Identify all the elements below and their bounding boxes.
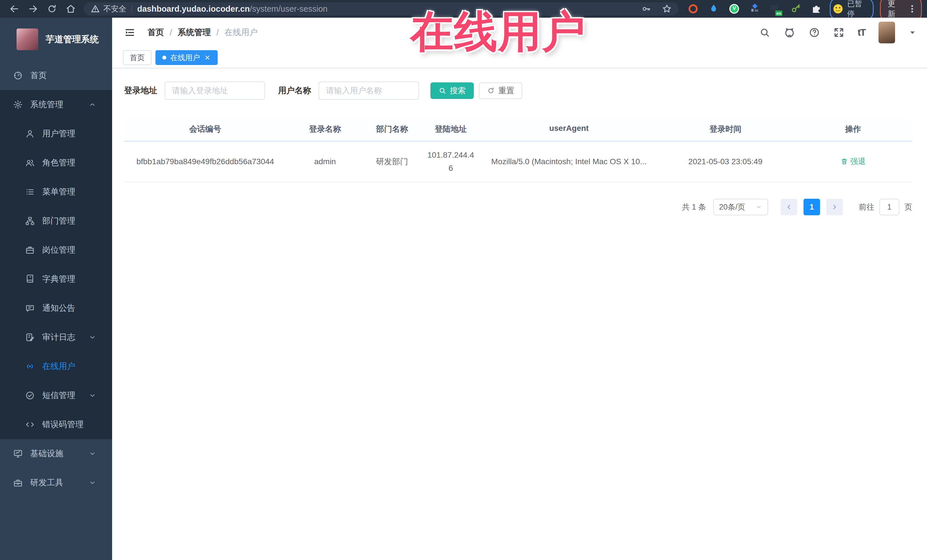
extension-icon-diamond[interactable] [749, 3, 761, 15]
app-header: 首页 / 系统管理 / 在线用户 tT [112, 18, 927, 47]
sidebar-item-menu-mgmt[interactable]: 菜单管理 [0, 178, 112, 206]
caret-down-icon[interactable] [908, 28, 917, 37]
check-circle-icon [25, 391, 35, 400]
sidebar-group-system: 系统管理 用户管理 角色管理 菜单管理 部门管理 岗位管理 [0, 90, 112, 439]
extension-icon-puzzle[interactable] [810, 3, 822, 15]
font-size-icon[interactable]: tT [858, 27, 865, 38]
breadcrumb: 首页 / 系统管理 / 在线用户 [147, 27, 258, 38]
main-area: 首页 / 系统管理 / 在线用户 tT 首页 在线用户 登录地址 用户 [112, 18, 927, 560]
username-input[interactable] [319, 82, 419, 100]
page-number-1[interactable]: 1 [804, 199, 820, 215]
extension-icon-green-v[interactable]: V [728, 3, 740, 15]
actions-cell: 强退 [794, 156, 912, 167]
table-row: bfbb1ab79ba849e49fb26ddb56a73044 admin 研… [124, 142, 912, 182]
chevron-down-icon [88, 391, 97, 400]
col-actions: 操作 [794, 118, 912, 141]
dept-cell: 研发部门 [364, 156, 421, 167]
next-page-button[interactable] [826, 199, 843, 215]
url-text[interactable]: dashboard.yudao.iocoder.cn/system/user-s… [137, 4, 327, 14]
hamburger-icon[interactable] [124, 27, 135, 38]
forward-icon[interactable] [28, 4, 38, 14]
list-icon [25, 187, 35, 197]
page-content: 登录地址 用户名称 搜索 重置 会话编号 登录名称 部门名称 登陆地址 user… [112, 68, 927, 560]
gear-icon [13, 100, 23, 109]
search-button[interactable]: 搜索 [430, 82, 474, 99]
logo-row: 芋道管理系统 [0, 18, 112, 61]
security-label[interactable]: 不安全 [103, 4, 126, 14]
breadcrumb-system[interactable]: 系统管理 [178, 27, 211, 38]
breadcrumb-home[interactable]: 首页 [147, 27, 164, 38]
pagination: 共 1 条 20条/页 1 前往 页 [124, 199, 912, 215]
browser-nav-buttons [9, 4, 76, 14]
chevron-down-icon [88, 449, 97, 458]
login-address-input[interactable] [164, 82, 265, 100]
search-icon[interactable] [759, 27, 770, 38]
extension-icon-key[interactable] [790, 3, 802, 15]
extension-icon-orange[interactable] [687, 3, 699, 15]
back-icon[interactable] [9, 4, 20, 14]
page-unit-label: 页 [904, 202, 912, 212]
sidebar-item-system-mgmt[interactable]: 系统管理 [0, 90, 112, 119]
logo-image [17, 29, 38, 50]
book-icon [25, 274, 35, 284]
sidebar-item-dict-mgmt[interactable]: 字典管理 [0, 265, 112, 294]
sidebar-item-audit-log[interactable]: 审计日志 [0, 323, 112, 352]
sidebar-item-post-mgmt[interactable]: 岗位管理 [0, 235, 112, 265]
divider [132, 5, 132, 12]
sidebar-item-sms-mgmt[interactable]: 短信管理 [0, 381, 112, 410]
force-logout-button[interactable]: 强退 [840, 156, 866, 167]
sidebar-item-user-mgmt[interactable]: 用户管理 [0, 119, 112, 148]
close-icon[interactable] [204, 54, 211, 61]
breadcrumb-current: 在线用户 [225, 27, 258, 38]
reload-icon[interactable] [47, 4, 57, 14]
filter-form: 登录地址 用户名称 搜索 重置 [124, 82, 912, 100]
tag-view-bar: 首页 在线用户 [112, 47, 927, 68]
col-username: 登录名称 [286, 118, 364, 141]
clipboard-pen-icon [25, 332, 35, 342]
github-icon[interactable] [784, 27, 795, 38]
sidebar-item-home[interactable]: 首页 [0, 61, 112, 90]
prev-page-button[interactable] [781, 199, 797, 215]
login-address-label: 登录地址 [124, 85, 157, 96]
key-icon[interactable] [641, 4, 651, 14]
help-icon[interactable] [808, 27, 820, 38]
goto-label: 前往 [859, 202, 874, 212]
sidebar-item-dev-tools[interactable]: 研发工具 [0, 468, 112, 497]
fullscreen-icon[interactable] [833, 27, 845, 38]
col-session-id: 会话编号 [124, 118, 286, 141]
emoji-avatar-icon [832, 3, 844, 15]
goto-page-input[interactable] [879, 199, 899, 215]
tag-online-users[interactable]: 在线用户 [155, 50, 217, 65]
col-login-time: 登录时间 [657, 118, 794, 141]
ip-cell: 101.87.244.46 [421, 149, 481, 175]
browser-chrome: 不安全 dashboard.yudao.iocoder.cn/system/us… [0, 0, 927, 18]
home-icon[interactable] [65, 4, 76, 14]
reset-button[interactable]: 重置 [479, 82, 522, 99]
online-signal-icon [25, 361, 35, 371]
session-id-cell: bfbb1ab79ba849e49fb26ddb56a73044 [124, 157, 286, 166]
active-dot [162, 56, 166, 59]
sidebar-item-dept-mgmt[interactable]: 部门管理 [0, 206, 112, 235]
code-icon [25, 420, 35, 429]
page-size-select[interactable]: 20条/页 [713, 199, 768, 215]
sidebar-item-infrastructure[interactable]: 基础设施 [0, 439, 112, 468]
sidebar-item-online-users[interactable]: 在线用户 [0, 352, 112, 381]
extension-icon-drop[interactable] [708, 3, 720, 15]
user-icon [25, 129, 35, 138]
app-title: 芋道管理系统 [46, 33, 99, 46]
briefcase-icon [25, 245, 35, 255]
tag-home[interactable]: 首页 [123, 50, 152, 65]
bookmark-star-icon[interactable] [662, 4, 672, 14]
sidebar-item-role-mgmt[interactable]: 角色管理 [0, 148, 112, 178]
login-time-cell: 2021-05-03 23:05:49 [657, 157, 794, 166]
menu-dots-icon[interactable] [907, 4, 917, 14]
username-cell: admin [286, 157, 364, 166]
sidebar: 芋道管理系统 首页 系统管理 用户管理 角色管理 菜单管理 [0, 18, 112, 560]
address-bar[interactable]: 不安全 dashboard.yudao.iocoder.cn/system/us… [84, 2, 679, 15]
avatar[interactable] [878, 22, 895, 43]
extension-icon-translate[interactable]: en [769, 3, 781, 15]
dashboard-icon [13, 71, 23, 80]
sidebar-nav: 首页 系统管理 用户管理 角色管理 菜单管理 部门管理 [0, 61, 112, 497]
sidebar-item-error-code[interactable]: 错误码管理 [0, 410, 112, 439]
sidebar-item-notice[interactable]: 通知公告 [0, 294, 112, 323]
